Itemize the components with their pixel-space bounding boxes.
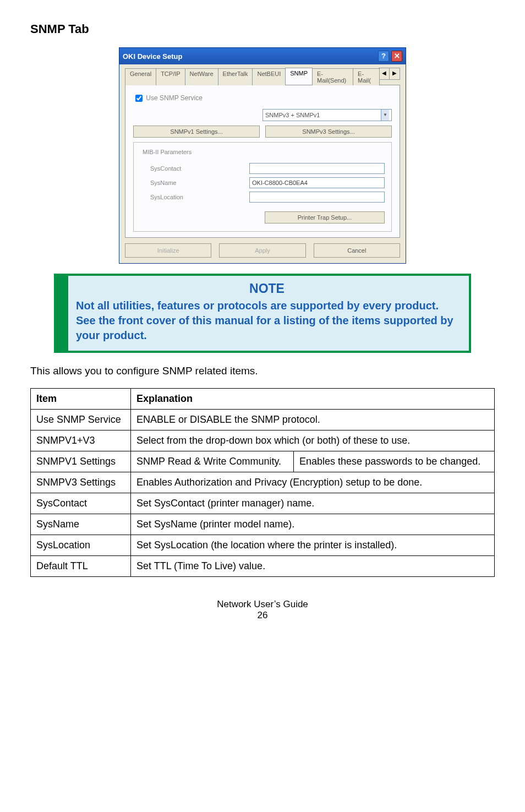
snmp-version-value: SNMPv3 + SNMPv1 [265, 110, 320, 121]
cell-expl: Set SysLocation (the location where the … [131, 535, 495, 556]
cell-expl: Select from the drop-down box which (or … [131, 430, 495, 451]
tab-netware[interactable]: NetWare [185, 68, 218, 85]
oki-device-setup-dialog: OKI Device Setup ? ✕ General TCP/IP NetW… [119, 47, 406, 264]
table-row: SNMPV1+V3 Select from the drop-down box … [31, 430, 495, 451]
use-snmp-row: Use SNMP Service [133, 93, 392, 103]
sysname-label: SysName [140, 179, 249, 186]
cell-item: SNMPV1+V3 [31, 430, 131, 451]
printer-trap-setup-button[interactable]: Printer Trap Setup... [265, 211, 385, 224]
close-button[interactable]: ✕ [391, 51, 402, 62]
snmp-panel: Use SNMP Service SNMPv3 + SNMPv1 ▼ SNMPv… [125, 85, 400, 238]
snmpv1-settings-button[interactable]: SNMPv1 Settings... [133, 126, 260, 138]
cell-item: SysContact [31, 493, 131, 514]
page-footer: Network User’s Guide 26 [30, 599, 495, 621]
dialog-container: OKI Device Setup ? ✕ General TCP/IP NetW… [30, 47, 495, 264]
cell-expl: ENABLE or DISABLE the SNMP protocol. [131, 410, 495, 430]
intro-text: This allows you to configure SNMP relate… [30, 365, 495, 377]
mib2-legend: MIB-II Parameters [140, 149, 194, 155]
dialog-title: OKI Device Setup [123, 52, 182, 61]
table-row: SysName Set SysName (printer model name)… [31, 514, 495, 535]
note-box: NOTE Not all utilities, features or prot… [54, 274, 471, 353]
tab-ethertalk[interactable]: EtherTalk [218, 68, 253, 85]
mib2-fieldset: MIB-II Parameters SysContact SysName OKI… [133, 142, 392, 232]
tab-netbeui[interactable]: NetBEUI [252, 68, 286, 85]
cancel-button[interactable]: Cancel [314, 243, 400, 258]
cell-expl: Set SysContact (printer manager) name. [131, 493, 495, 514]
syslocation-input[interactable] [249, 192, 385, 203]
chevron-down-icon: ▼ [381, 110, 389, 121]
cell-item: SysName [31, 514, 131, 535]
table-row: SysContact Set SysContact (printer manag… [31, 493, 495, 514]
tab-snmp[interactable]: SNMP [285, 68, 313, 85]
table-row: Use SNMP Service ENABLE or DISABLE the S… [31, 410, 495, 430]
cell-item: SysLocation [31, 535, 131, 556]
note-text: Not all utilities, features or protocols… [76, 298, 458, 343]
initialize-button[interactable]: Initialize [125, 243, 211, 258]
cell-expl: Enables these passwords to be changed. [294, 451, 495, 472]
cell-item: SNMPV1 Settings [31, 451, 131, 472]
syscontact-label: SysContact [140, 165, 249, 172]
tab-tcpip[interactable]: TCP/IP [156, 68, 185, 85]
titlebar: OKI Device Setup ? ✕ [119, 48, 406, 64]
cell-expl: Set TTL (Time To Live) value. [131, 556, 495, 577]
tab-strip: General TCP/IP NetWare EtherTalk NetBEUI… [125, 68, 400, 85]
help-button[interactable]: ? [378, 51, 389, 62]
th-explanation: Explanation [131, 389, 495, 410]
tab-general[interactable]: General [125, 68, 156, 85]
cell-item: SNMPV3 Settings [31, 472, 131, 493]
tab-email-partial[interactable]: E-Mail( [353, 68, 380, 85]
cell-sub: SNMP Read & Write Community. [131, 451, 294, 472]
sysname-input[interactable]: OKI-C8800-CB0EA4 [249, 177, 385, 188]
dialog-footer-buttons: Initialize Apply Cancel [125, 243, 400, 258]
tab-email-send[interactable]: E-Mail(Send) [312, 68, 353, 85]
cell-item: Use SNMP Service [31, 410, 131, 430]
footer-page-number: 26 [30, 610, 495, 621]
use-snmp-label: Use SNMP Service [146, 94, 202, 102]
table-row: Default TTL Set TTL (Time To Live) value… [31, 556, 495, 577]
table-row: SNMPV1 Settings SNMP Read & Write Commun… [31, 451, 495, 472]
table-row: SysLocation Set SysLocation (the locatio… [31, 535, 495, 556]
cell-expl: Enables Authorization and Privacy (Encry… [131, 472, 495, 493]
use-snmp-checkbox[interactable] [135, 95, 143, 102]
snmpv3-settings-button[interactable]: SNMPv3 Settings... [265, 126, 392, 138]
tab-scroll-left[interactable]: ◀ [379, 68, 390, 80]
note-title: NOTE [76, 281, 458, 296]
snmp-items-table: Item Explanation Use SNMP Service ENABLE… [30, 388, 495, 577]
cell-item: Default TTL [31, 556, 131, 577]
dialog-body: General TCP/IP NetWare EtherTalk NetBEUI… [119, 64, 406, 263]
window-buttons: ? ✕ [378, 51, 402, 62]
table-row: SNMPV3 Settings Enables Authorization an… [31, 472, 495, 493]
apply-button[interactable]: Apply [219, 243, 305, 258]
page-heading: SNMP Tab [30, 22, 495, 36]
snmp-version-select[interactable]: SNMPv3 + SNMPv1 ▼ [262, 109, 392, 121]
tab-scroll-arrows: ◀ ▶ [379, 68, 400, 85]
syslocation-label: SysLocation [140, 194, 249, 200]
footer-guide: Network User’s Guide [30, 599, 495, 610]
tab-scroll-right[interactable]: ▶ [389, 68, 400, 80]
cell-expl: Set SysName (printer model name). [131, 514, 495, 535]
th-item: Item [31, 389, 131, 410]
syscontact-input[interactable] [249, 163, 385, 174]
